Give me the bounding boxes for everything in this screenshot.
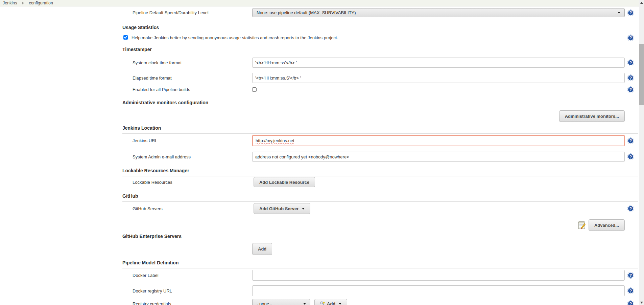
- credentials-add-button[interactable]: Add: [314, 299, 347, 305]
- add-lockable-resource-button[interactable]: Add Lockable Resource: [254, 177, 315, 187]
- section-usage-statistics: Usage Statistics: [122, 25, 638, 33]
- triangle-down-icon: [640, 302, 643, 304]
- admin-email-label: System Admin e-mail address: [122, 154, 252, 159]
- caret-down-icon: [302, 208, 305, 210]
- pipeline-builds-label: Enabled for all Pipeline builds: [122, 87, 252, 92]
- elapsed-time-label: Elapsed time format: [122, 75, 252, 81]
- jenkins-url-input[interactable]: http://my.jenkins.net: [252, 135, 625, 146]
- jenkins-url-value: http://my.jenkins.net: [256, 138, 294, 143]
- key-icon: [320, 301, 325, 305]
- registry-credentials-label: Registry credentials: [122, 301, 252, 305]
- docker-registry-input[interactable]: [252, 285, 625, 296]
- section-github: GitHub: [122, 193, 638, 202]
- registry-credentials-select[interactable]: - none -: [252, 299, 310, 305]
- credentials-add-label: Add: [327, 301, 335, 305]
- scrollbar-down-arrow[interactable]: [639, 300, 644, 305]
- section-pipeline-model: Pipeline Model Definition: [122, 260, 638, 268]
- github-enterprise-add-button[interactable]: Add: [252, 243, 272, 255]
- admin-email-row: System Admin e-mail address: [122, 152, 625, 162]
- usage-statistics-row: Help make Jenkins better by sending anon…: [122, 35, 625, 41]
- add-github-server-label: Add GitHub Server: [259, 206, 299, 211]
- elapsed-time-row: Elapsed time format: [122, 73, 625, 83]
- docker-registry-row: Docker registry URL: [122, 285, 625, 296]
- durability-select-value: None: use pipeline default (MAX_SURVIVAB…: [257, 10, 356, 15]
- administrative-monitors-button[interactable]: Administrative monitors...: [559, 110, 625, 122]
- triangle-up-icon: [640, 2, 643, 4]
- durability-help-icon[interactable]: [627, 9, 634, 16]
- pipeline-builds-help-icon[interactable]: [627, 86, 634, 93]
- jenkins-url-label: Jenkins URL: [122, 138, 252, 143]
- system-clock-label: System clock time format: [122, 60, 252, 65]
- section-jenkins-location: Jenkins Location: [122, 125, 638, 134]
- github-servers-label: GitHub Servers: [122, 206, 252, 211]
- pipeline-builds-row: Enabled for all Pipeline builds: [122, 87, 625, 92]
- durability-select[interactable]: None: use pipeline default (MAX_SURVIVAB…: [252, 8, 625, 17]
- system-clock-input[interactable]: [252, 58, 625, 68]
- caret-down-icon: [339, 303, 341, 305]
- admin-email-input[interactable]: [252, 152, 625, 162]
- breadcrumb-jenkins[interactable]: Jenkins: [3, 1, 17, 5]
- section-admin-monitors: Administrative monitors configuration: [122, 100, 638, 108]
- caret-down-icon: [618, 12, 620, 14]
- jenkins-configuration-page: Jenkins configuration Pipeline Default S…: [0, 0, 644, 305]
- docker-registry-label: Docker registry URL: [122, 288, 252, 293]
- caret-down-icon: [303, 303, 306, 305]
- registry-credentials-help-icon[interactable]: [627, 301, 634, 305]
- jenkins-url-help-icon[interactable]: [627, 137, 634, 144]
- admin-email-help-icon[interactable]: [627, 154, 634, 160]
- usage-statistics-help-icon[interactable]: [627, 35, 634, 41]
- docker-label-input[interactable]: [252, 270, 625, 281]
- github-servers-help-icon[interactable]: [627, 205, 634, 212]
- elapsed-time-input[interactable]: [252, 73, 625, 83]
- breadcrumb-chevron-icon: [22, 2, 24, 4]
- registry-credentials-row: Registry credentials - none - Add: [122, 299, 625, 305]
- docker-label-row: Docker Label: [122, 270, 625, 281]
- usage-statistics-label: Help make Jenkins better by sending anon…: [132, 35, 338, 40]
- pipeline-builds-checkbox[interactable]: [252, 87, 257, 92]
- durability-row: Pipeline Default Speed/Durability Level …: [122, 8, 625, 17]
- jenkins-url-row: Jenkins URL http://my.jenkins.net: [122, 135, 625, 146]
- lockable-resources-label: Lockable Resources: [122, 180, 252, 185]
- breadcrumb: Jenkins configuration: [0, 0, 639, 6]
- section-lockable-resources: Lockable Resources Manager: [122, 168, 638, 176]
- docker-registry-help-icon[interactable]: [627, 288, 634, 294]
- system-clock-row: System clock time format: [122, 58, 625, 68]
- system-clock-help-icon[interactable]: [627, 60, 634, 66]
- advanced-button[interactable]: Advanced...: [589, 219, 625, 231]
- lockable-resources-row: Lockable Resources Add Lockable Resource: [122, 177, 625, 187]
- breadcrumb-configuration[interactable]: configuration: [29, 1, 53, 5]
- elapsed-time-help-icon[interactable]: [627, 75, 634, 81]
- vertical-scrollbar[interactable]: [639, 0, 644, 305]
- github-enterprise-add-row: Add: [122, 243, 625, 255]
- section-timestamper: Timestamper: [122, 47, 638, 55]
- admin-monitors-row: Administrative monitors...: [122, 110, 625, 122]
- usage-statistics-checkbox[interactable]: [123, 35, 128, 40]
- github-advanced-row: Advanced...: [122, 219, 625, 231]
- registry-credentials-value: - none -: [257, 301, 272, 305]
- add-github-server-button[interactable]: Add GitHub Server: [254, 203, 310, 214]
- scrollbar-up-arrow[interactable]: [639, 0, 644, 5]
- notepad-edit-icon[interactable]: [578, 221, 586, 230]
- scrollbar-thumb[interactable]: [639, 44, 644, 105]
- github-servers-row: GitHub Servers Add GitHub Server: [122, 203, 625, 214]
- section-github-enterprise: GitHub Enterprise Servers: [122, 234, 638, 242]
- docker-label-help-icon[interactable]: [627, 272, 634, 279]
- docker-label-label: Docker Label: [122, 273, 252, 278]
- durability-label: Pipeline Default Speed/Durability Level: [122, 10, 252, 15]
